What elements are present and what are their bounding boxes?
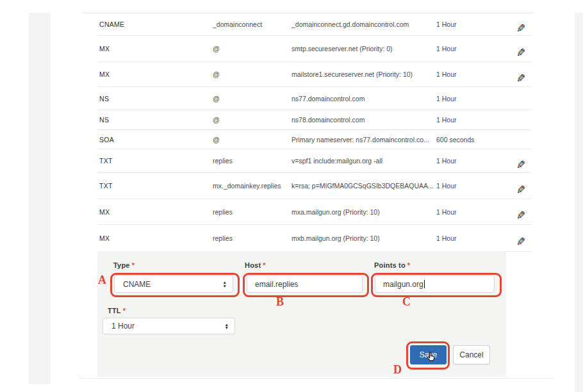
- record-type: MX: [99, 45, 202, 53]
- pencil-icon: ✎: [516, 209, 525, 218]
- record-ttl: 1 Hour: [436, 45, 500, 53]
- type-label: Type*: [113, 261, 135, 269]
- record-name: @: [213, 95, 288, 102]
- cancel-button[interactable]: Cancel: [453, 345, 490, 364]
- record-value: _domainconnect.gd.domaincontrol.com: [292, 20, 434, 28]
- ttl-select[interactable]: 1 Hour ▲▼: [103, 318, 235, 334]
- table-row: CNAME _domainconnect _domainconnect.gd.d…: [97, 13, 531, 36]
- record-type: TXT: [99, 157, 202, 165]
- pencil-icon: ✎: [516, 183, 525, 193]
- record-name: replies: [213, 208, 288, 216]
- record-name: @: [213, 45, 288, 53]
- edit-record-button[interactable]: ✎: [511, 179, 530, 193]
- host-input[interactable]: email.replies: [247, 275, 363, 293]
- dns-records-table: CNAME _domainconnect _domainconnect.gd.d…: [97, 13, 531, 252]
- record-ttl: 1 Hour: [436, 208, 500, 216]
- table-row: MX @ mailstore1.secureserver.net (Priori…: [97, 62, 531, 87]
- save-button[interactable]: Save: [410, 345, 447, 364]
- record-value: mailstore1.secureserver.net (Priority: 1…: [292, 70, 434, 78]
- ttl-select-value: 1 Hour: [111, 322, 135, 331]
- points-to-label: Points to*: [374, 261, 410, 269]
- record-value: v=spf1 include:mailgun.org -all: [292, 157, 434, 165]
- pencil-icon: ✎: [516, 235, 525, 245]
- type-select[interactable]: CNAME ▲▼: [114, 275, 233, 293]
- edit-record-button[interactable]: ✎: [511, 154, 530, 168]
- host-input-value: email.replies: [255, 280, 298, 289]
- record-type: MX: [99, 70, 202, 78]
- pencil-icon: ✎: [516, 72, 525, 81]
- record-name: replies: [213, 234, 288, 242]
- record-value: mxb.mailgun.org (Priority: 10): [292, 234, 434, 242]
- record-ttl: 600 seconds: [436, 136, 500, 143]
- record-type: TXT: [99, 182, 202, 190]
- annotation-letter-c: C: [402, 295, 411, 309]
- record-type: MX: [99, 234, 202, 242]
- edit-record-button[interactable]: ✎: [511, 68, 530, 81]
- pencil-icon: ✎: [516, 46, 525, 56]
- record-name: replies: [213, 157, 288, 165]
- record-ttl: 1 Hour: [436, 234, 500, 242]
- required-asterisk: *: [263, 261, 265, 269]
- annotation-letter-a: A: [98, 274, 106, 287]
- select-arrows-icon: ▲▼: [223, 281, 227, 287]
- table-row: SOA @ Primary nameserver: ns77.domaincon…: [97, 130, 531, 149]
- points-to-input-value: mailgun.org: [383, 280, 423, 289]
- type-select-value: CNAME: [123, 280, 151, 289]
- record-name: mx._domainkey.replies: [213, 182, 288, 190]
- record-type: CNAME: [99, 20, 202, 28]
- table-row: TXT replies v=spf1 include:mailgun.org -…: [97, 149, 531, 173]
- edit-record-button[interactable]: ✎: [511, 42, 530, 56]
- right-scroll-gutter[interactable]: [575, 13, 583, 392]
- required-asterisk: *: [407, 261, 410, 269]
- record-ttl: 1 Hour: [436, 157, 500, 165]
- host-label: Host*: [245, 261, 266, 269]
- table-row: TXT mx._domainkey.replies k=rsa; p=MIGfM…: [97, 173, 531, 199]
- table-row: NS @ ns78.domaincontrol.com 1 Hour ✎: [97, 110, 531, 130]
- record-ttl: 1 Hour: [436, 116, 500, 124]
- edit-record-button[interactable]: ✎: [511, 205, 530, 218]
- pencil-icon: ✎: [516, 158, 525, 168]
- annotation-letter-d: D: [393, 363, 402, 377]
- record-type: SOA: [99, 136, 202, 143]
- pencil-icon: ✎: [516, 22, 525, 31]
- record-ttl: 1 Hour: [436, 95, 500, 102]
- required-asterisk: *: [132, 261, 135, 269]
- record-value: smtp.secureserver.net (Priority: 0): [292, 45, 434, 53]
- table-row: NS @ ns77.domaincontrol.com 1 Hour ✎: [97, 87, 531, 110]
- edit-record-button[interactable]: ✎: [511, 18, 530, 31]
- edit-record-button[interactable]: ✎: [511, 231, 530, 245]
- record-value: ns78.domaincontrol.com: [292, 116, 434, 124]
- annotation-letter-b: B: [276, 295, 284, 309]
- record-ttl: 1 Hour: [436, 182, 500, 190]
- record-type: NS: [99, 116, 202, 124]
- record-value: mxa.mailgun.org (Priority: 10): [292, 208, 434, 216]
- record-ttl: 1 Hour: [436, 70, 500, 78]
- record-name: @: [213, 70, 288, 78]
- left-gutter: [29, 13, 51, 384]
- record-value: ns77.domaincontrol.com: [292, 95, 434, 102]
- record-value: Primary nameserver: ns77.domaincontrol.c…: [292, 136, 434, 143]
- table-row: MX replies mxa.mailgun.org (Priority: 10…: [97, 199, 531, 225]
- select-arrows-icon: ▲▼: [225, 323, 229, 329]
- required-asterisk: *: [123, 307, 126, 314]
- ttl-label: TTL*: [108, 307, 126, 314]
- record-name: @: [213, 116, 288, 124]
- text-caret: [424, 280, 425, 288]
- points-to-input[interactable]: mailgun.org: [375, 275, 495, 293]
- record-name: @: [213, 136, 288, 143]
- records-card-bottom-border: [79, 378, 553, 379]
- record-ttl: 1 Hour: [436, 20, 500, 28]
- record-type: NS: [99, 95, 202, 102]
- table-row: MX @ smtp.secureserver.net (Priority: 0)…: [97, 36, 531, 62]
- record-value: k=rsa; p=MIGfMA0GCSqGSIb3DQEBAQUAA...: [292, 182, 434, 190]
- record-name: _domainconnect: [213, 20, 288, 28]
- record-type: MX: [99, 208, 202, 216]
- table-row: MX replies mxb.mailgun.org (Priority: 10…: [97, 225, 531, 252]
